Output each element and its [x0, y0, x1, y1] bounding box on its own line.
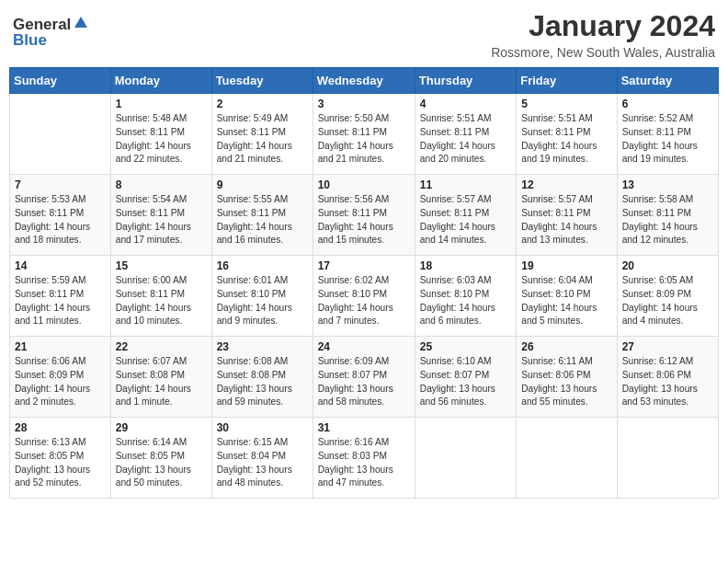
table-row: 2Sunrise: 5:49 AM Sunset: 8:11 PM Daylig… — [211, 94, 313, 175]
day-info: Sunrise: 6:02 AM Sunset: 8:10 PM Dayligh… — [318, 274, 410, 328]
day-info: Sunrise: 6:10 AM Sunset: 8:07 PM Dayligh… — [420, 355, 511, 409]
day-number: 22 — [116, 340, 207, 353]
day-number: 20 — [622, 259, 713, 272]
table-row: 14Sunrise: 5:59 AM Sunset: 8:11 PM Dayli… — [10, 256, 111, 337]
table-row: 8Sunrise: 5:54 AM Sunset: 8:11 PM Daylig… — [110, 175, 211, 256]
table-row: 15Sunrise: 6:00 AM Sunset: 8:11 PM Dayli… — [110, 256, 211, 337]
table-row — [415, 418, 516, 499]
day-number: 14 — [15, 259, 106, 272]
table-row: 18Sunrise: 6:03 AM Sunset: 8:10 PM Dayli… — [415, 256, 516, 337]
day-info: Sunrise: 5:56 AM Sunset: 8:11 PM Dayligh… — [318, 193, 410, 247]
day-number: 5 — [521, 98, 611, 110]
table-row — [517, 418, 617, 499]
header-thursday: Thursday — [415, 68, 516, 94]
table-row: 28Sunrise: 6:13 AM Sunset: 8:05 PM Dayli… — [10, 418, 111, 499]
day-info: Sunrise: 6:05 AM Sunset: 8:09 PM Dayligh… — [622, 274, 713, 328]
day-number: 24 — [318, 340, 410, 353]
days-header-row: Sunday Monday Tuesday Wednesday Thursday… — [10, 68, 719, 94]
day-number: 7 — [15, 178, 106, 191]
day-number: 26 — [521, 340, 611, 353]
day-number: 2 — [217, 98, 308, 110]
day-info: Sunrise: 6:08 AM Sunset: 8:08 PM Dayligh… — [217, 355, 308, 409]
table-row: 3Sunrise: 5:50 AM Sunset: 8:11 PM Daylig… — [313, 94, 415, 175]
table-row: 29Sunrise: 6:14 AM Sunset: 8:05 PM Dayli… — [110, 418, 211, 499]
header-sunday: Sunday — [10, 68, 111, 94]
calendar-subtitle: Rossmore, New South Wales, Australia — [491, 45, 715, 60]
table-row: 21Sunrise: 6:06 AM Sunset: 8:09 PM Dayli… — [10, 337, 111, 418]
day-number: 30 — [217, 421, 308, 434]
day-info: Sunrise: 6:13 AM Sunset: 8:05 PM Dayligh… — [15, 436, 106, 490]
day-number: 11 — [420, 178, 511, 191]
day-info: Sunrise: 5:54 AM Sunset: 8:11 PM Dayligh… — [116, 193, 207, 247]
header-wednesday: Wednesday — [313, 68, 415, 94]
table-row — [617, 418, 718, 499]
day-info: Sunrise: 6:03 AM Sunset: 8:10 PM Dayligh… — [420, 274, 511, 328]
day-info: Sunrise: 5:51 AM Sunset: 8:11 PM Dayligh… — [420, 112, 511, 167]
table-row: 22Sunrise: 6:07 AM Sunset: 8:08 PM Dayli… — [110, 337, 211, 418]
table-row: 26Sunrise: 6:11 AM Sunset: 8:06 PM Dayli… — [517, 337, 617, 418]
day-info: Sunrise: 6:01 AM Sunset: 8:10 PM Dayligh… — [217, 274, 308, 328]
day-info: Sunrise: 5:58 AM Sunset: 8:11 PM Dayligh… — [622, 193, 713, 247]
header-saturday: Saturday — [617, 68, 718, 94]
table-row: 5Sunrise: 5:51 AM Sunset: 8:11 PM Daylig… — [517, 94, 617, 175]
logo: General Blue — [13, 15, 89, 50]
calendar-table: Sunday Monday Tuesday Wednesday Thursday… — [9, 67, 719, 499]
day-number: 23 — [217, 340, 308, 353]
day-info: Sunrise: 5:49 AM Sunset: 8:11 PM Dayligh… — [217, 112, 308, 167]
day-number: 15 — [116, 259, 207, 272]
day-info: Sunrise: 5:55 AM Sunset: 8:11 PM Dayligh… — [217, 193, 308, 247]
day-number: 3 — [318, 98, 410, 110]
day-number: 31 — [318, 421, 410, 434]
day-info: Sunrise: 6:15 AM Sunset: 8:04 PM Dayligh… — [217, 436, 308, 490]
day-number: 19 — [521, 259, 611, 272]
day-number: 13 — [622, 178, 713, 191]
day-number: 28 — [15, 421, 106, 434]
table-row: 4Sunrise: 5:51 AM Sunset: 8:11 PM Daylig… — [415, 94, 516, 175]
day-number: 25 — [420, 340, 511, 353]
table-row: 16Sunrise: 6:01 AM Sunset: 8:10 PM Dayli… — [211, 256, 313, 337]
day-info: Sunrise: 5:50 AM Sunset: 8:11 PM Dayligh… — [318, 112, 410, 167]
day-number: 10 — [318, 178, 410, 191]
svg-marker-0 — [74, 17, 87, 28]
day-info: Sunrise: 5:52 AM Sunset: 8:11 PM Dayligh… — [622, 112, 713, 167]
table-row: 1Sunrise: 5:48 AM Sunset: 8:11 PM Daylig… — [110, 94, 211, 175]
table-row: 11Sunrise: 5:57 AM Sunset: 8:11 PM Dayli… — [415, 175, 516, 256]
title-area: January 2024 Rossmore, New South Wales, … — [491, 9, 715, 60]
day-info: Sunrise: 6:00 AM Sunset: 8:11 PM Dayligh… — [116, 274, 207, 328]
table-row: 10Sunrise: 5:56 AM Sunset: 8:11 PM Dayli… — [313, 175, 415, 256]
day-info: Sunrise: 5:59 AM Sunset: 8:11 PM Dayligh… — [15, 274, 106, 328]
calendar-week-row: 1Sunrise: 5:48 AM Sunset: 8:11 PM Daylig… — [10, 94, 719, 175]
day-info: Sunrise: 6:16 AM Sunset: 8:03 PM Dayligh… — [318, 436, 410, 490]
day-info: Sunrise: 6:09 AM Sunset: 8:07 PM Dayligh… — [318, 355, 410, 409]
header-tuesday: Tuesday — [211, 68, 313, 94]
day-info: Sunrise: 5:51 AM Sunset: 8:11 PM Dayligh… — [521, 112, 611, 167]
header: General Blue January 2024 Rossmore, New … — [9, 9, 719, 60]
header-monday: Monday — [110, 68, 211, 94]
day-number: 1 — [116, 98, 207, 110]
day-info: Sunrise: 5:53 AM Sunset: 8:11 PM Dayligh… — [15, 193, 106, 247]
day-number: 12 — [521, 178, 611, 191]
day-number: 16 — [217, 259, 308, 272]
table-row: 20Sunrise: 6:05 AM Sunset: 8:09 PM Dayli… — [617, 256, 718, 337]
logo-icon — [73, 15, 89, 35]
table-row: 6Sunrise: 5:52 AM Sunset: 8:11 PM Daylig… — [617, 94, 718, 175]
day-number: 4 — [420, 98, 511, 110]
calendar-week-row: 7Sunrise: 5:53 AM Sunset: 8:11 PM Daylig… — [10, 175, 719, 256]
calendar-week-row: 21Sunrise: 6:06 AM Sunset: 8:09 PM Dayli… — [10, 337, 719, 418]
table-row: 19Sunrise: 6:04 AM Sunset: 8:10 PM Dayli… — [517, 256, 617, 337]
day-info: Sunrise: 6:14 AM Sunset: 8:05 PM Dayligh… — [116, 436, 207, 490]
table-row: 17Sunrise: 6:02 AM Sunset: 8:10 PM Dayli… — [313, 256, 415, 337]
table-row: 13Sunrise: 5:58 AM Sunset: 8:11 PM Dayli… — [617, 175, 718, 256]
table-row: 23Sunrise: 6:08 AM Sunset: 8:08 PM Dayli… — [211, 337, 313, 418]
day-number: 21 — [15, 340, 106, 353]
day-info: Sunrise: 6:07 AM Sunset: 8:08 PM Dayligh… — [116, 355, 207, 409]
day-number: 8 — [116, 178, 207, 191]
calendar-week-row: 14Sunrise: 5:59 AM Sunset: 8:11 PM Dayli… — [10, 256, 719, 337]
logo-blue: Blue — [13, 31, 47, 50]
table-row: 30Sunrise: 6:15 AM Sunset: 8:04 PM Dayli… — [211, 418, 313, 499]
day-info: Sunrise: 6:04 AM Sunset: 8:10 PM Dayligh… — [521, 274, 611, 328]
day-number: 18 — [420, 259, 511, 272]
calendar-title: January 2024 — [491, 9, 715, 43]
day-number: 29 — [116, 421, 207, 434]
day-info: Sunrise: 5:57 AM Sunset: 8:11 PM Dayligh… — [420, 193, 511, 247]
